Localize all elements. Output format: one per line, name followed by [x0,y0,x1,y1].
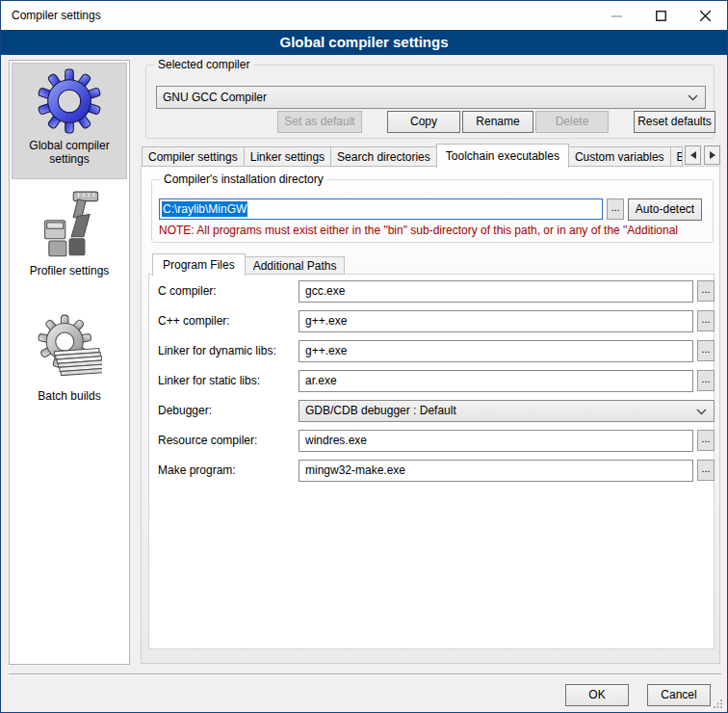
cpp-compiler-row: C++ compiler: g++.exe ... [149,310,714,332]
minimize-button[interactable] [594,1,638,30]
selected-compiler-group-label: Selected compiler [154,58,253,71]
static-linker-input[interactable]: ar.exe [299,370,693,392]
make-program-label: Make program: [158,460,236,482]
profiler-caliper-icon [37,190,102,259]
program-files-panel: C compiler: gcc.exe ... C++ compiler: g+… [148,274,715,649]
reset-defaults-button[interactable]: Reset defaults [634,111,715,133]
gray-gear-stack-icon [37,313,102,384]
settings-tab-bar: Compiler settings Linker settings Search… [142,142,720,167]
dynamic-linker-label: Linker for dynamic libs: [158,340,276,362]
c-compiler-row: C compiler: gcc.exe ... [149,280,714,303]
make-program-browse-button[interactable]: ... [697,460,715,481]
sidebar-item-batch-builds[interactable]: Batch builds [12,308,127,403]
sidebar-item-label: Profiler settings [12,264,127,277]
cpp-compiler-input[interactable]: g++.exe [299,310,693,332]
installation-directory-browse-button[interactable]: ... [607,198,624,220]
subtab-additional-paths[interactable]: Additional Paths [245,256,346,275]
installation-directory-value: C:\raylib\MinGW [162,201,247,217]
minimize-icon [611,11,622,21]
rename-button[interactable]: Rename [462,111,533,133]
static-linker-row: Linker for static libs: ar.exe ... [149,370,714,392]
sidebar-item-global-compiler-settings[interactable]: Global compiler settings [12,63,127,179]
tab-custom-variables[interactable]: Custom variables [568,146,671,167]
debugger-select-value: GDB/CDB debugger : Default [305,404,456,417]
c-compiler-browse-button[interactable]: ... [697,280,715,302]
delete-button[interactable]: Delete [535,111,609,133]
cpp-compiler-browse-button[interactable]: ... [697,310,715,331]
installation-directory-note: NOTE: All programs must exist either in … [159,224,710,237]
resource-compiler-input[interactable]: windres.exe [299,430,693,452]
installation-directory-input[interactable]: C:\raylib\MinGW [159,198,603,220]
copy-button[interactable]: Copy [387,111,460,133]
tab-build-options[interactable]: Build options [670,146,683,167]
settings-category-list: Global compiler settings Profiler settin… [9,60,130,665]
sidebar-item-profiler-settings[interactable]: Profiler settings [12,185,127,277]
tab-toolchain-executables[interactable]: Toolchain executables [436,144,569,168]
chevron-down-icon [688,94,698,101]
cancel-button[interactable]: Cancel [647,684,711,706]
installation-directory-group: Compiler's installation directory C:\ray… [151,179,714,243]
tab-compiler-settings[interactable]: Compiler settings [142,146,245,167]
resize-grip[interactable] [714,699,723,708]
tab-scroll-right-button[interactable] [704,145,720,165]
maximize-icon [656,11,666,21]
dynamic-linker-row: Linker for dynamic libs: g++.exe ... [149,340,714,362]
c-compiler-label: C compiler: [158,280,217,303]
dynamic-linker-input[interactable]: g++.exe [299,340,693,362]
installation-directory-group-label: Compiler's installation directory [160,172,327,186]
ok-button[interactable]: OK [565,684,629,706]
sidebar-item-label: Global compiler settings [13,139,126,166]
debugger-select[interactable]: GDB/CDB debugger : Default [299,400,715,422]
triangle-left-icon [690,151,696,159]
debugger-row: Debugger: GDB/CDB debugger : Default [149,400,714,422]
window-title: Compiler settings [12,1,101,30]
tab-search-directories[interactable]: Search directories [330,146,437,167]
set-as-default-button[interactable]: Set as default [277,111,362,133]
page-title: Global compiler settings [1,30,727,55]
executables-subtab-bar: Program Files Additional Paths [152,251,344,275]
compiler-select[interactable]: GNU GCC Compiler [156,86,706,109]
make-program-input[interactable]: mingw32-make.exe [299,460,693,482]
close-button[interactable] [683,1,727,30]
auto-detect-button[interactable]: Auto-detect [628,198,702,221]
static-linker-browse-button[interactable]: ... [697,370,715,391]
compiler-settings-dialog: Compiler settings Global compiler settin… [0,0,728,713]
title-bar: Compiler settings [1,1,727,30]
c-compiler-input[interactable]: gcc.exe [299,280,693,303]
resource-compiler-browse-button[interactable]: ... [697,430,715,451]
resource-compiler-label: Resource compiler: [158,430,257,452]
cpp-compiler-label: C++ compiler: [158,310,230,332]
debugger-label: Debugger: [158,400,212,422]
toolchain-executables-page: Compiler's installation directory C:\ray… [141,166,720,664]
blue-gear-icon [37,68,102,134]
make-program-row: Make program: mingw32-make.exe ... [149,460,714,482]
footer-divider [9,673,721,675]
tab-linker-settings[interactable]: Linker settings [244,146,331,167]
resource-compiler-row: Resource compiler: windres.exe ... [149,430,714,452]
sidebar-item-label: Batch builds [12,389,127,403]
dynamic-linker-browse-button[interactable]: ... [697,340,715,361]
close-icon [700,11,711,21]
compiler-select-value: GNU GCC Compiler [163,91,267,104]
window-controls [594,1,727,30]
maximize-button[interactable] [638,1,683,30]
static-linker-label: Linker for static libs: [158,370,260,392]
triangle-right-icon [710,151,715,159]
tab-scroll-left-button[interactable] [685,145,701,165]
selected-compiler-group: Selected compiler GNU GCC Compiler Set a… [145,65,715,139]
subtab-program-files[interactable]: Program Files [152,253,246,276]
chevron-down-icon [696,409,707,415]
